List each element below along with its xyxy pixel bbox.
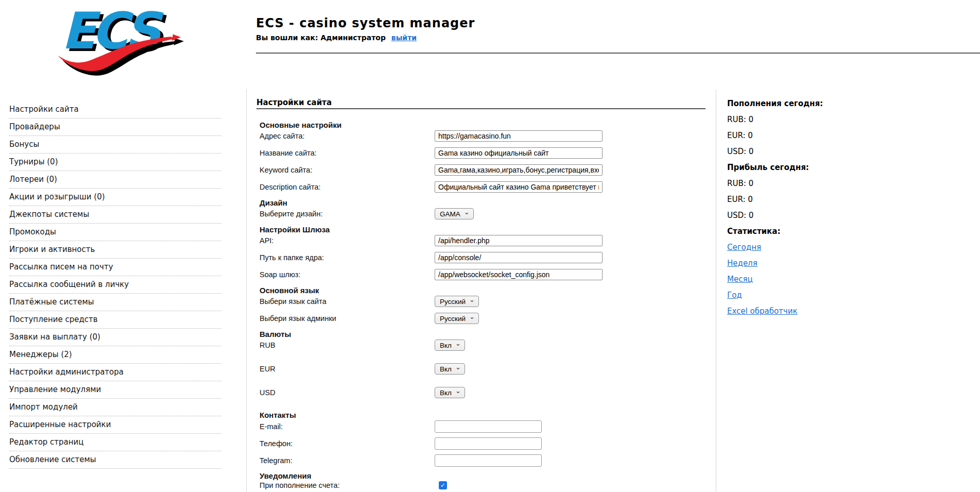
sidebar-item-pm-newsletter[interactable]: Рассылка сообщений в личку [9,276,221,294]
profit-heading: Прибыль сегодня: [727,163,980,172]
stats-link-week[interactable]: Неделя [727,259,758,268]
email-row: E-mail: [260,420,716,433]
core-path-input[interactable] [435,252,603,263]
logged-in-as-text: Вы вошли как: Администратор [256,33,386,42]
sidebar-item-module-management[interactable]: Управление модулями [9,381,221,399]
description-input[interactable] [435,181,603,193]
settings-panel: Настройки сайта Основные настройки Адрес… [246,90,716,492]
contacts-heading: Контакты [260,411,716,419]
stats-link-month[interactable]: Месяц [727,275,753,284]
chevron-down-icon: ⌄ [464,210,470,215]
basic-settings-heading: Основные настройки [260,121,716,129]
core-path-label: Путь к папке ядра: [260,253,435,262]
design-heading: Дизайн [260,198,716,207]
replenish-row: При пополнение счета: ✓ [260,481,716,489]
design-label: Выберите дизайн: [260,210,435,218]
sidebar-item-managers[interactable]: Менеджеры (2) [9,346,221,364]
design-select-value: GAMA [440,210,460,218]
soap-input[interactable] [435,269,603,280]
keyword-input[interactable] [435,164,603,176]
eur-label: EUR [260,365,435,373]
settings-panel-title: Настройки сайта [256,98,706,109]
sidebar-item-bonuses[interactable]: Бонусы [9,136,221,154]
usd-select[interactable]: Вкл ⌄ [435,387,465,398]
sidebar-item-providers[interactable]: Провайдеры [9,118,221,136]
admin-lang-row: Выбери язык админки Русский ⌄ [260,313,716,324]
rub-select-value: Вкл [440,342,452,349]
sidebar-item-payment-systems[interactable]: Платёжные системы [9,294,221,311]
site-address-input[interactable] [435,130,603,142]
usd-select-value: Вкл [440,389,452,397]
logout-link[interactable]: выйти [391,33,417,42]
email-label: E-mail: [260,422,435,431]
admin-lang-select-value: Русский [440,315,466,323]
api-row: API: [260,235,716,246]
profit-eur: EUR: 0 [727,195,980,204]
api-label: API: [260,236,435,245]
site-name-row: Название сайта: [260,147,716,159]
stats-heading: Статистика: [727,227,980,236]
sidebar-item-site-settings[interactable]: Настройки сайта [9,101,221,118]
phone-row: Телефон: [260,437,716,450]
site-lang-select-value: Русский [440,298,466,306]
chevron-down-icon: ⌄ [455,388,461,394]
admin-lang-select[interactable]: Русский ⌄ [435,313,479,324]
stats-link-year[interactable]: Год [727,291,742,300]
sidebar-menu: Настройки сайта Провайдеры Бонусы Турнир… [9,101,221,469]
sidebar-item-admin-settings[interactable]: Настройки администратора [9,364,221,381]
sidebar-item-advanced-settings[interactable]: Расширенные настройки [9,416,221,434]
eur-select[interactable]: Вкл ⌄ [435,363,465,375]
ecs-logo: ECS [58,5,184,70]
site-name-input[interactable] [435,147,603,159]
sidebar-item-lotteries[interactable]: Лотереи (0) [9,171,221,189]
rub-select[interactable]: Вкл ⌄ [435,340,465,351]
chevron-down-icon: ⌄ [455,341,461,346]
currencies-heading: Валюты [260,330,716,338]
sidebar-item-page-editor[interactable]: Редактор страниц [9,434,221,451]
deposits-eur: EUR: 0 [727,131,980,140]
eur-select-value: Вкл [440,365,452,373]
api-input[interactable] [435,235,603,246]
logo-swoosh-icon [55,25,185,80]
phone-input[interactable] [435,437,542,450]
deposits-rub: RUB: 0 [727,115,980,124]
sidebar-item-promotions[interactable]: Акции и розыгрыши (0) [9,189,221,206]
site-address-label: Адрес сайта: [260,132,435,140]
deposits-usd: USD: 0 [727,147,980,156]
description-label: Description сайта: [260,183,435,191]
stats-panel: Пополнения сегодня: RUB: 0 EUR: 0 USD: 0… [716,90,980,492]
sidebar-item-promocodes[interactable]: Промокоды [9,224,221,241]
sidebar-item-players-activity[interactable]: Игроки и активность [9,241,221,259]
replenish-checkbox[interactable]: ✓ [439,481,447,489]
site-address-row: Адрес сайта: [260,130,716,142]
header-divider [256,53,980,54]
soap-label: Soap шлюз: [260,270,435,279]
sidebar-item-system-update[interactable]: Обновление системы [9,451,221,469]
keyword-row: Keyword сайта: [260,164,716,176]
stats-link-today[interactable]: Сегодня [727,243,761,252]
core-path-row: Путь к папке ядра: [260,252,716,263]
sidebar-item-email-newsletter[interactable]: Рассылка писем на почту [9,259,221,276]
usd-label: USD [260,388,435,397]
usd-row: USD Вкл ⌄ [260,387,716,398]
app-title: ECS - casino system manager [256,16,475,30]
sidebar-item-payout-requests[interactable]: Заявки на выплату (0) [9,329,221,346]
site-lang-select[interactable]: Русский ⌄ [435,296,479,307]
main-columns: Настройки сайта Провайдеры Бонусы Турнир… [0,90,980,492]
sidebar-item-jackpots[interactable]: Джекпоты системы [9,206,221,224]
chevron-down-icon: ⌄ [469,314,475,319]
telegram-input[interactable] [435,454,542,467]
deposits-heading: Пополнения сегодня: [727,99,980,108]
email-input[interactable] [435,420,542,433]
header-text: ECS - casino system manager Вы вошли как… [256,16,475,42]
notifications-heading: Уведомления [260,471,716,480]
sidebar-item-module-import[interactable]: Импорт модулей [9,399,221,416]
soap-row: Soap шлюз: [260,269,716,280]
sidebar-item-incoming-funds[interactable]: Поступление средств [9,311,221,329]
language-heading: Основной язык [260,286,716,295]
sidebar-item-tournaments[interactable]: Турниры (0) [9,154,221,171]
rub-label: RUB [260,341,435,349]
design-select[interactable]: GAMA ⌄ [435,208,474,219]
settings-form: Основные настройки Адрес сайта: Название… [260,121,716,489]
stats-link-excel[interactable]: Excel обработчик [727,307,797,316]
